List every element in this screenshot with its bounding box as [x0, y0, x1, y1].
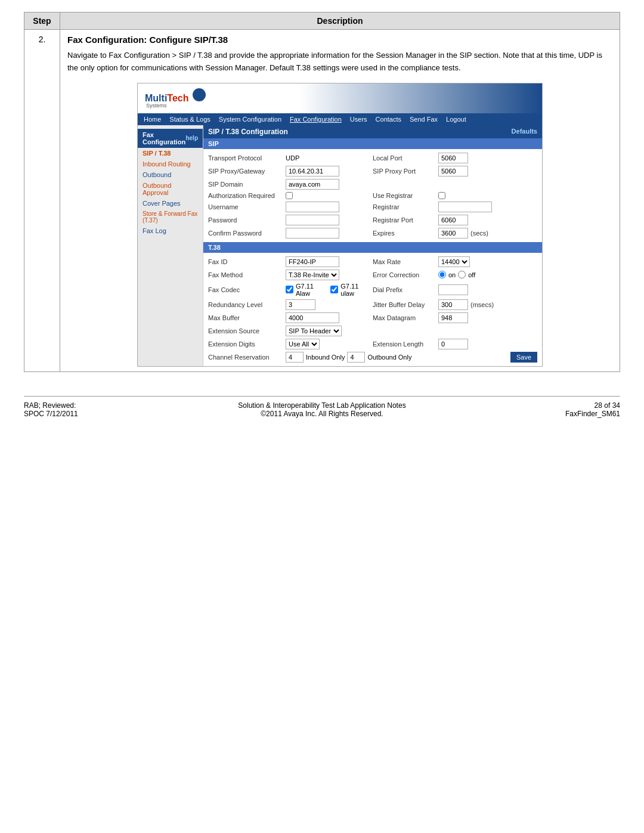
extension-length-input[interactable] — [438, 339, 468, 349]
sidebar-item-cover-pages[interactable]: Cover Pages — [138, 198, 203, 209]
footer-reviewed: RAB; Reviewed: — [24, 401, 222, 410]
password-input[interactable] — [286, 215, 339, 225]
extension-digits-label: Extension Digits — [208, 340, 286, 348]
channel-inbound-label: Inbound Only — [306, 354, 345, 361]
jitter-buffer-input[interactable] — [438, 299, 468, 310]
error-correction-on-radio[interactable] — [438, 271, 446, 278]
max-rate-label: Max Rate — [373, 258, 438, 265]
save-button[interactable]: Save — [510, 352, 537, 363]
max-buffer-row: Max Buffer Max Datagram — [203, 311, 542, 324]
nav-send-fax[interactable]: Send Fax — [410, 116, 438, 123]
confirm-password-input[interactable] — [286, 228, 339, 239]
error-correction-off-radio[interactable] — [458, 271, 466, 278]
fax-method-select[interactable]: T.38 Re-Invite — [286, 270, 339, 280]
channel-content: Inbound Only Outbound Only Save — [286, 352, 537, 363]
sidebar-item-outbound[interactable]: Outbound — [138, 169, 203, 180]
channel-inbound-input[interactable] — [286, 352, 304, 363]
redundancy-input[interactable] — [286, 299, 315, 310]
sip-form-body: Transport Protocol UDP Local Port — [203, 149, 542, 242]
nav-users[interactable]: Users — [350, 116, 367, 123]
device-sidebar: Fax Configuration help SIP / T.38 Inboun… — [138, 125, 203, 366]
error-correction-label: Error Correction — [373, 271, 438, 278]
transport-protocol-row: Transport Protocol UDP Local Port — [203, 151, 542, 165]
fax-method-row: Fax Method T.38 Re-Invite Error Correcti… — [203, 268, 542, 281]
footer-spoc: SPOC 7/12/2011 — [24, 410, 222, 418]
username-row: Username Registrar — [203, 200, 542, 213]
transport-protocol-label: Transport Protocol — [208, 154, 286, 162]
sip-domain-input[interactable] — [286, 179, 339, 190]
logo-circle — [193, 88, 206, 101]
device-navbar: Home Status & Logs System Configuration … — [138, 113, 542, 125]
footer-page-number: 28 of 34 — [422, 401, 620, 410]
local-port-input[interactable] — [438, 153, 468, 163]
extension-source-label: Extension Source — [208, 327, 286, 335]
fax-codec-ulaw-checkbox[interactable] — [330, 286, 338, 293]
device-content: Fax Configuration help SIP / T.38 Inboun… — [138, 125, 542, 366]
sip-proxy-row: SIP Proxy/Gateway SIP Proxy Port — [203, 165, 542, 178]
footer-copyright: ©2011 Avaya Inc. All Rights Reserved. — [222, 410, 421, 418]
sidebar-item-store-forward[interactable]: Store & Forward Fax (T.37) — [138, 209, 203, 225]
auth-required-checkbox[interactable] — [286, 192, 293, 199]
max-buffer-label: Max Buffer — [208, 314, 286, 321]
registrar-input[interactable] — [438, 202, 492, 212]
use-registrar-label: Use Registrar — [373, 192, 438, 199]
footer-app-notes: Solution & Interoperability Test Lab App… — [222, 401, 421, 410]
fax-codec-ulaw-label: G7.11 ulaw — [340, 283, 373, 297]
footer-left: RAB; Reviewed: SPOC 7/12/2011 — [24, 401, 222, 418]
sip-proxy-input[interactable] — [286, 166, 339, 176]
confirm-password-label: Confirm Password — [208, 230, 286, 237]
sip-domain-row: SIP Domain — [203, 178, 542, 191]
dial-prefix-label: Dial Prefix — [373, 286, 438, 293]
sidebar-section-title: Fax Configuration help — [138, 129, 203, 148]
username-input[interactable] — [286, 202, 339, 212]
fax-method-label: Fax Method — [208, 271, 286, 278]
extension-digits-select[interactable]: Use All — [286, 339, 320, 349]
nav-home[interactable]: Home — [144, 116, 161, 123]
transport-protocol-value: UDP — [286, 154, 299, 162]
sidebar-item-fax-log[interactable]: Fax Log — [138, 225, 203, 236]
sidebar-item-sip-t38[interactable]: SIP / T.38 — [138, 148, 203, 159]
password-label: Password — [208, 216, 286, 224]
sidebar-item-inbound-routing[interactable]: Inbound Routing — [138, 159, 203, 169]
channel-outbound-input[interactable] — [347, 352, 365, 363]
panel-defaults-link[interactable]: Defaults — [512, 128, 537, 136]
auth-required-row: Authorization Required Use Registrar — [203, 191, 542, 200]
footer-doc-name: FaxFinder_SM61 — [422, 410, 620, 418]
sip-proxy-port-input[interactable] — [438, 166, 468, 176]
nav-status-logs[interactable]: Status & Logs — [169, 116, 210, 123]
use-registrar-checkbox[interactable] — [438, 192, 445, 199]
expires-label: Expires — [373, 230, 438, 237]
fax-id-input[interactable] — [286, 256, 339, 267]
max-rate-select[interactable]: 14400 — [438, 256, 470, 267]
nav-fax-config[interactable]: Fax Configuration — [290, 116, 342, 123]
expires-input[interactable] — [438, 228, 468, 239]
max-datagram-input[interactable] — [438, 312, 468, 323]
sip-domain-label: SIP Domain — [208, 181, 286, 188]
sip-proxy-port-label: SIP Proxy Port — [373, 168, 438, 175]
sip-proxy-label: SIP Proxy/Gateway — [208, 168, 286, 175]
jitter-buffer-unit: (msecs) — [470, 301, 494, 308]
dial-prefix-input[interactable] — [438, 284, 468, 295]
max-datagram-label: Max Datagram — [373, 314, 438, 321]
auth-required-label: Authorization Required — [208, 192, 286, 199]
sidebar-item-outbound-approval[interactable]: Outbound Approval — [138, 180, 203, 198]
extension-source-select[interactable]: SIP To Header — [286, 326, 342, 336]
nav-contacts[interactable]: Contacts — [376, 116, 401, 123]
description-cell: Fax Configuration: Configure SIP/T.38 Na… — [60, 30, 620, 372]
nav-logout[interactable]: Logout — [446, 116, 466, 123]
registrar-port-input[interactable] — [438, 215, 468, 225]
step-title: Fax Configuration: Configure SIP/T.38 — [67, 35, 612, 45]
extension-digits-row: Extension Digits Use All Extension Lengt… — [203, 337, 542, 351]
sidebar-title-fax: Fax Configuration — [143, 131, 185, 145]
step-description: Navigate to Fax Configuration > SIP / T.… — [67, 49, 612, 75]
step-number: 2. — [24, 30, 60, 372]
sidebar-help-link[interactable]: help — [185, 135, 198, 141]
fax-codec-alaw-checkbox[interactable] — [286, 286, 293, 293]
nav-system-config[interactable]: System Configuration — [219, 116, 281, 123]
max-buffer-input[interactable] — [286, 312, 339, 323]
extension-length-label: Extension Length — [373, 340, 438, 348]
registrar-port-label: Registrar Port — [373, 216, 438, 224]
channel-reservation-label: Channel Reservation — [208, 354, 286, 361]
logo-text: MultiTech — [145, 93, 206, 103]
device-main-panel: SIP / T.38 Configuration Defaults SIP Tr… — [203, 125, 542, 366]
